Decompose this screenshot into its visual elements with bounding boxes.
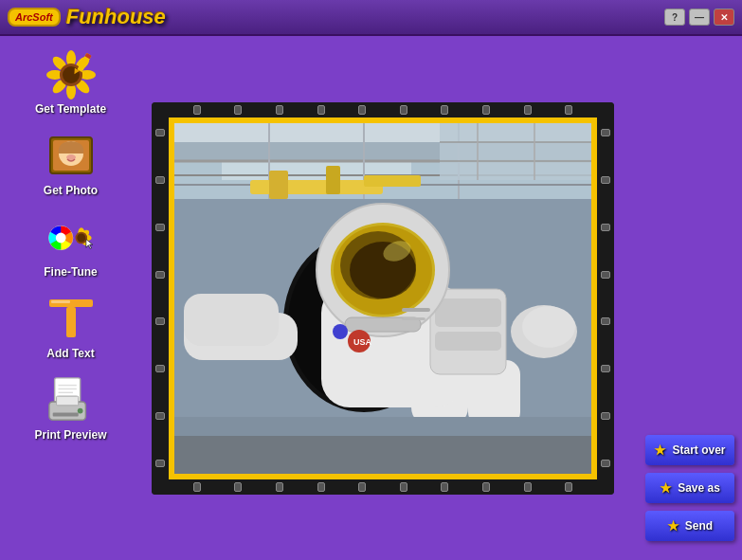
svg-rect-66 bbox=[435, 332, 501, 351]
film-hole bbox=[400, 105, 407, 115]
film-hole bbox=[400, 482, 407, 492]
print-preview-icon bbox=[45, 375, 97, 426]
film-hole bbox=[155, 317, 165, 325]
film-hole bbox=[524, 105, 532, 115]
svg-point-28 bbox=[77, 234, 85, 243]
svg-rect-87 bbox=[174, 436, 591, 474]
film-strip-top bbox=[169, 102, 597, 117]
svg-rect-56 bbox=[364, 175, 421, 187]
film-strip-right bbox=[597, 102, 614, 495]
svg-rect-30 bbox=[66, 307, 76, 337]
film-hole bbox=[601, 412, 610, 420]
send-button[interactable]: ★ Send bbox=[645, 511, 734, 541]
svg-point-22 bbox=[55, 233, 65, 244]
star-icon: ★ bbox=[654, 443, 666, 458]
close-button[interactable]: ✕ bbox=[714, 9, 734, 26]
help-button[interactable]: ? bbox=[664, 9, 685, 26]
astronaut-image: USA bbox=[174, 123, 591, 474]
get-template-icon bbox=[45, 49, 97, 100]
film-hole bbox=[155, 365, 165, 372]
logo-badge: ArcSoft bbox=[8, 8, 61, 27]
image-border: USA bbox=[169, 117, 597, 479]
send-label: Send bbox=[685, 519, 713, 533]
film-hole bbox=[155, 412, 165, 420]
film-hole bbox=[524, 482, 532, 492]
add-text-icon bbox=[45, 294, 97, 345]
title-bar: ArcSoft Funhouse ? — ✕ bbox=[0, 0, 742, 36]
film-hole bbox=[276, 482, 283, 492]
film-hole bbox=[601, 271, 610, 279]
film-hole bbox=[317, 482, 325, 492]
sidebar-item-get-template[interactable]: Get Template bbox=[19, 44, 123, 121]
film-hole bbox=[601, 365, 610, 372]
content-area: USA bbox=[128, 36, 638, 560]
film-hole bbox=[155, 460, 165, 467]
film-hole bbox=[358, 482, 366, 492]
svg-text:USA: USA bbox=[353, 337, 372, 347]
main-area: Get Template bbox=[0, 36, 742, 560]
sidebar-label-fine-tune: Fine-Tune bbox=[44, 265, 97, 279]
svg-rect-39 bbox=[56, 396, 78, 406]
film-hole bbox=[601, 317, 610, 325]
film-hole bbox=[155, 176, 165, 184]
film-hole bbox=[441, 105, 448, 115]
svg-point-78 bbox=[522, 306, 575, 348]
window-controls: ? — ✕ bbox=[664, 9, 734, 26]
get-photo-icon bbox=[45, 131, 97, 182]
svg-rect-81 bbox=[440, 123, 591, 180]
sidebar-label-get-template: Get Template bbox=[35, 102, 106, 116]
star-icon: ★ bbox=[660, 480, 672, 496]
svg-point-9 bbox=[63, 66, 80, 83]
right-panel: ★ Start over ★ Save as ★ Send bbox=[638, 36, 742, 560]
sidebar-item-add-text[interactable]: Add Text bbox=[19, 288, 123, 366]
svg-rect-31 bbox=[51, 300, 70, 303]
svg-point-40 bbox=[77, 408, 82, 414]
save-as-label: Save as bbox=[678, 481, 720, 495]
film-hole bbox=[565, 482, 572, 492]
film-hole bbox=[482, 482, 490, 492]
film-hole bbox=[358, 105, 366, 115]
film-hole bbox=[155, 224, 165, 231]
sidebar-item-get-photo[interactable]: Get Photo bbox=[19, 125, 123, 203]
film-hole bbox=[193, 105, 201, 115]
film-hole bbox=[565, 105, 572, 115]
film-hole bbox=[234, 482, 242, 492]
film-hole bbox=[601, 224, 610, 231]
svg-rect-75 bbox=[402, 308, 430, 312]
app-logo: ArcSoft Funhouse bbox=[8, 5, 166, 29]
start-over-button[interactable]: ★ Start over bbox=[645, 435, 734, 465]
sidebar-item-print-preview[interactable]: Print Preview bbox=[19, 370, 123, 447]
sidebar-label-get-photo: Get Photo bbox=[44, 184, 98, 197]
sidebar-item-fine-tune[interactable]: Fine-Tune bbox=[19, 207, 123, 284]
fine-tune-icon bbox=[45, 212, 97, 263]
film-strip-left bbox=[152, 102, 169, 495]
svg-rect-76 bbox=[402, 317, 425, 320]
film-hole bbox=[234, 105, 242, 115]
svg-point-74 bbox=[333, 324, 348, 339]
film-hole bbox=[482, 105, 490, 115]
start-over-label: Start over bbox=[672, 443, 725, 457]
film-hole bbox=[601, 176, 610, 184]
film-frame: USA bbox=[152, 102, 614, 495]
film-hole bbox=[155, 129, 165, 136]
save-as-button[interactable]: ★ Save as bbox=[645, 473, 734, 503]
svg-rect-55 bbox=[326, 166, 340, 194]
minimize-button[interactable]: — bbox=[689, 9, 710, 26]
film-strip-bottom bbox=[169, 479, 597, 495]
film-hole bbox=[601, 460, 610, 467]
film-hole bbox=[276, 105, 283, 115]
svg-rect-62 bbox=[184, 294, 279, 346]
sidebar-label-add-text: Add Text bbox=[46, 347, 94, 360]
film-hole bbox=[441, 482, 448, 492]
svg-rect-54 bbox=[269, 171, 288, 199]
sidebar-label-print-preview: Print Preview bbox=[34, 428, 106, 442]
sidebar: Get Template bbox=[0, 36, 128, 560]
film-hole bbox=[601, 129, 610, 136]
film-hole bbox=[193, 482, 201, 492]
film-hole bbox=[317, 105, 325, 115]
svg-rect-65 bbox=[435, 298, 501, 327]
film-hole bbox=[155, 271, 165, 279]
logo-text: Funhouse bbox=[66, 5, 166, 29]
svg-rect-41 bbox=[52, 413, 78, 417]
star-icon: ★ bbox=[667, 518, 679, 533]
